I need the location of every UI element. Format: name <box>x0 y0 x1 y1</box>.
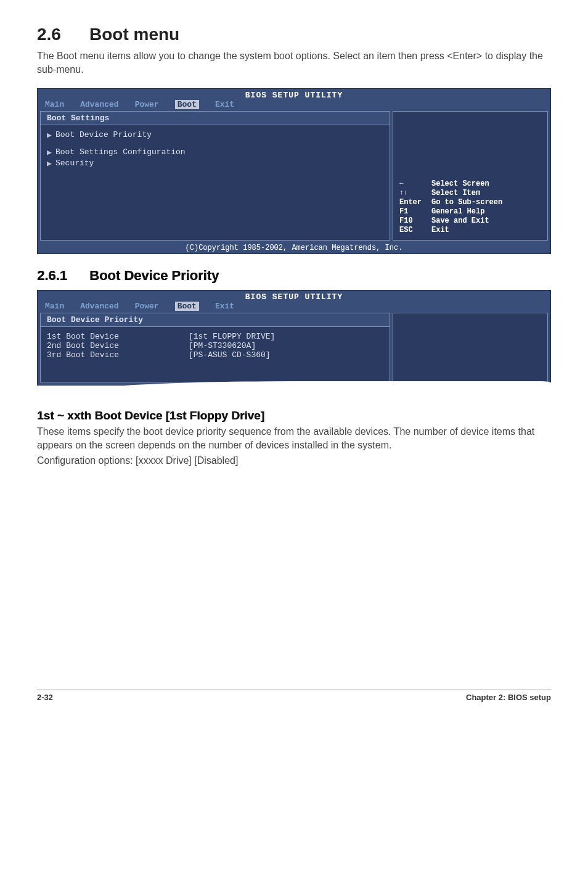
bios-title: BIOS SETUP UTILITY <box>38 89 550 100</box>
submenu-arrow-icon: ▶ <box>47 159 55 168</box>
priority-label: 2nd Boot Device <box>47 341 189 350</box>
tab-advanced: Advanced <box>80 100 118 109</box>
bios-left-panel: Boot Settings ▶ Boot Device Priority ▶ B… <box>40 111 390 241</box>
priority-value: [PS-ASUS CD-S360] <box>189 350 271 360</box>
priority-row-3: 3rd Boot Device [PS-ASUS CD-S360] <box>47 350 383 360</box>
tab-advanced: Advanced <box>80 302 118 311</box>
tab-boot: Boot <box>175 100 199 109</box>
help-key: ESC <box>399 226 431 234</box>
bios-copyright: (C)Copyright 1985-2002, American Megatre… <box>38 243 550 254</box>
menu-item-label: Boot Settings Configuration <box>55 147 186 157</box>
bios-title: BIOS SETUP UTILITY <box>38 291 550 302</box>
subsection-number: 2.6.1 <box>37 268 89 284</box>
tab-exit: Exit <box>215 302 234 311</box>
priority-value: [PM-ST330620A] <box>189 341 256 350</box>
section-title-text: Boot menu <box>89 25 179 44</box>
tab-main: Main <box>45 302 64 311</box>
bios-help-panel <box>393 313 548 382</box>
menu-item-label: Boot Device Priority <box>55 130 152 139</box>
page-footer: 2-32 Chapter 2: BIOS setup <box>37 690 551 702</box>
bios-panel-title: Boot Settings <box>41 112 390 125</box>
section-heading: 2.6Boot menu <box>37 25 551 44</box>
help-save: Save and Exit <box>431 217 489 225</box>
tab-power: Power <box>135 100 159 109</box>
page-number: 2-32 <box>37 693 53 702</box>
help-select-screen: Select Screen <box>431 179 489 188</box>
bios-help-panel: ←Select Screen ↑↓Select Item EnterGo to … <box>393 111 548 241</box>
tab-power: Power <box>135 302 159 311</box>
help-general: General Help <box>431 207 484 216</box>
priority-row-1: 1st Boot Device [1st FLOPPY DRIVE] <box>47 332 383 341</box>
field-heading: 1st ~ xxth Boot Device [1st Floppy Drive… <box>37 409 551 423</box>
bios-left-panel: Boot Device Priority 1st Boot Device [1s… <box>40 313 390 382</box>
chapter-label: Chapter 2: BIOS setup <box>466 693 551 702</box>
help-select-item: Select Item <box>431 189 480 197</box>
submenu-arrow-icon: ▶ <box>47 130 55 140</box>
bios-tabs: Main Advanced Power Boot Exit <box>38 302 550 313</box>
subsection-heading: 2.6.1Boot Device Priority <box>37 268 551 284</box>
tab-exit: Exit <box>215 100 234 109</box>
field-description: These items specify the boot device prio… <box>37 425 551 453</box>
priority-value: [1st FLOPPY DRIVE] <box>189 332 275 341</box>
tab-main: Main <box>45 100 64 109</box>
help-key: F1 <box>399 207 431 216</box>
subsection-title-text: Boot Device Priority <box>89 268 219 283</box>
help-key: F10 <box>399 217 431 225</box>
tab-boot: Boot <box>175 302 199 311</box>
help-key: Enter <box>399 198 431 207</box>
arrow-left-icon: ← <box>399 179 431 188</box>
section-number: 2.6 <box>37 25 89 44</box>
arrow-updown-icon: ↑↓ <box>399 189 431 197</box>
page-curl-decoration <box>345 390 551 398</box>
bios-screenshot-boot-settings: BIOS SETUP UTILITY Main Advanced Power B… <box>37 88 551 254</box>
field-config-options: Configuration options: [xxxxx Drive] [Di… <box>37 454 551 468</box>
bios-panel-title: Boot Device Priority <box>41 313 390 327</box>
help-sub-screen: Go to Sub-screen <box>431 198 502 207</box>
bios-screenshot-boot-priority: BIOS SETUP UTILITY Main Advanced Power B… <box>37 290 551 386</box>
priority-row-2: 2nd Boot Device [PM-ST330620A] <box>47 341 383 350</box>
help-exit: Exit <box>431 226 449 234</box>
priority-label: 3rd Boot Device <box>47 350 189 360</box>
menu-item-security: ▶ Security <box>47 159 383 168</box>
priority-label: 1st Boot Device <box>47 332 189 341</box>
submenu-arrow-icon: ▶ <box>47 147 55 157</box>
section-intro: The Boot menu items allow you to change … <box>37 49 551 77</box>
menu-item-boot-device-priority: ▶ Boot Device Priority <box>47 130 383 140</box>
bios-tabs: Main Advanced Power Boot Exit <box>38 100 550 111</box>
menu-item-boot-settings-config: ▶ Boot Settings Configuration <box>47 147 383 157</box>
menu-item-label: Security <box>55 159 94 168</box>
